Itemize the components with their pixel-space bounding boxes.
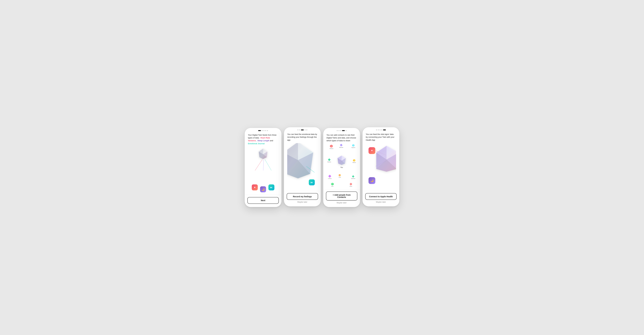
you-crystal [337,155,346,166]
maybe-later-4[interactable]: Maybe later [376,201,386,203]
status-bar-1 [244,128,282,132]
screen2-frame: You can feed the emotional data by recor… [284,127,321,206]
dot-2-5 [306,130,307,130]
contact-clea: Clea [338,174,341,178]
record-feelings-button[interactable]: Record my feelings [287,193,318,200]
status-bar-2 [284,127,321,132]
maybe-later-3[interactable]: Maybe later [337,202,346,204]
screen4-actions: Connect to Apple Health Maybe later [362,191,399,206]
contact-name-larissa: Larissa [328,178,332,179]
screen2-actions: Record my feelings Maybe later [284,191,321,206]
contact-larissa: Larissa [328,175,332,179]
dot-active-1 [258,130,261,131]
screens-container: Your Digital Twin feeds from three types… [244,128,399,207]
svg-line-7 [263,160,264,170]
screen1-actions: Next [244,195,282,207]
screen2-visual: ⏭ [287,143,318,191]
dot-4-3 [380,130,380,130]
screen1-frame: Your Digital Twin feeds from three types… [244,128,282,207]
you-label: You [340,166,343,168]
contact-martina: Martina [327,158,331,162]
maybe-later-2[interactable]: Maybe later [298,201,307,203]
dot-3-5 [346,130,346,131]
contact-name-alex: Alex [331,186,334,187]
screen1-visual: ♥ 🌙 ⏭ [248,146,278,195]
svg-line-15 [306,166,314,172]
contact-alex: Alex [331,182,334,187]
contact-gaetane: Gaetane [351,175,355,179]
contact-name-clea: Clea [338,176,341,178]
skip-symbol-2: ⏭ [310,181,313,184]
contact-name-daphne: Daphne [352,147,355,148]
contact-elisa: Elisa [350,182,352,187]
dot-2-2 [299,130,300,130]
moon-symbol: 🌙 [262,188,264,191]
teal-skip-icon: ⏭ [309,179,315,185]
contact-name-elisa: Elisa [350,186,352,187]
contact-name-marion: Marion [352,162,356,163]
screen2-description: You can feed the emotional data by recor… [287,133,318,142]
contact-marion: Marion [352,159,356,163]
moon-icon-app: 🌙 [260,186,266,192]
contact-name-shauna: Shauna [330,148,333,149]
svg-line-6 [255,160,262,170]
screen4-frame: You can feed the vital signs' data by co… [362,127,399,206]
dot-3-active [342,130,345,131]
dot-4-active [383,130,386,130]
dot-3-1 [337,130,338,131]
screen3-visual: Shauna Marketa Daphne Martina [326,144,357,189]
skip-icon-app: ⏭ [268,184,274,190]
highlight-sleep: Sleep Length [257,140,269,142]
contact-marketa: Marketa [339,144,343,148]
screen4-description: You can feed the vital signs' data by co… [366,133,396,142]
add-contacts-button[interactable]: + Add people from Contacts [326,192,358,200]
dot-3-2 [338,130,339,131]
contact-shauna: Shauna [330,145,333,149]
dot-2-1 [298,130,298,130]
dot-3 [264,130,264,131]
status-bar-4 [362,127,399,132]
screen3-actions: + Add people from Contacts Maybe later [323,189,360,207]
screen3-content: You can add contacts to see their Digita… [323,132,360,189]
dot-3-3 [340,130,341,131]
highlight-journal: Emotional Journal [248,142,264,145]
screen3-frame: You can add contacts to see their Digita… [323,128,360,207]
dot-2-4 [304,130,306,130]
status-bar-3 [323,128,360,132]
dot-4 [265,130,266,131]
dot-2 [262,130,262,131]
svg-line-8 [265,160,271,170]
apple-health-button[interactable]: Connect to Apple Health [365,193,397,200]
screen4-content: You can feed the vital signs' data by co… [362,132,399,191]
dot-4-4 [381,130,382,130]
next-button[interactable]: Next [248,197,279,204]
contact-name-martina: Martina [327,161,331,162]
you-center: You [337,155,346,168]
skip-symbol: ⏭ [270,186,273,189]
dot-5 [267,130,268,131]
screen1-description: Your Digital Twin feeds from three types… [248,134,278,145]
heart-symbol: ♥ [254,186,256,189]
screen1-content: Your Digital Twin feeds from three types… [244,132,282,195]
dot-2-active [301,130,304,130]
heart-icon-app: ♥ [252,184,258,190]
screen4-visual: ♥ 🌙 [366,143,396,191]
screen2-content: You can feed the emotional data by recor… [284,132,321,191]
screen3-description: You can add contacts to see their Digita… [326,134,357,142]
dot-4-2 [378,130,379,130]
contact-daphne: Daphne [352,144,355,148]
contact-name-marketa: Marketa [339,147,343,148]
big-crystal-4 [374,144,396,174]
dot-4-1 [376,130,377,130]
contact-name-gaetane: Gaetane [351,178,355,179]
